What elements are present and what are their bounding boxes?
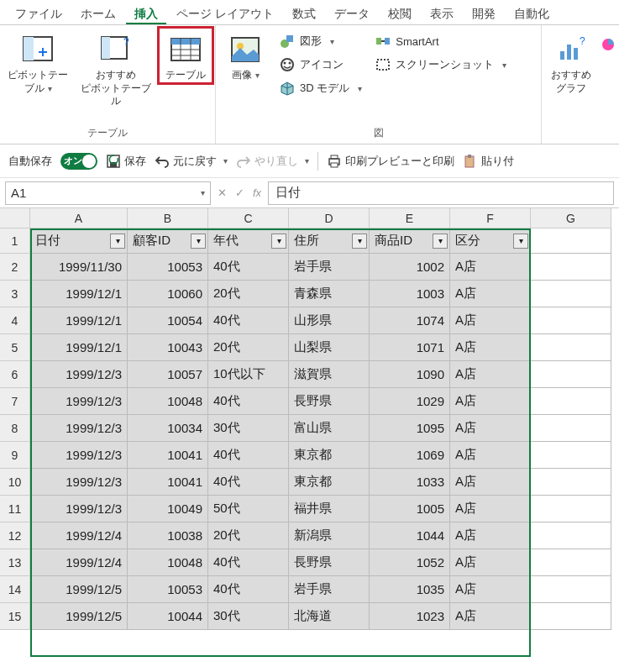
cell[interactable]: 30代	[208, 603, 289, 630]
row-header[interactable]: 13	[0, 549, 30, 576]
undo-button[interactable]: 元に戻す	[155, 154, 228, 169]
cell[interactable]: 山形県	[289, 307, 370, 334]
tab-file[interactable]: ファイル	[7, 3, 71, 24]
filter-dropdown[interactable]: ▾	[352, 234, 367, 249]
cell[interactable]	[531, 281, 611, 307]
tab-view[interactable]: 表示	[422, 3, 462, 24]
cell[interactable]: 30代	[208, 415, 289, 442]
print-preview-button[interactable]: 印刷プレビューと印刷	[327, 154, 454, 169]
autosave-toggle[interactable]: オン	[60, 153, 97, 170]
cell[interactable]	[531, 228, 611, 254]
col-header-C[interactable]: C	[208, 208, 289, 228]
cell[interactable]: A店	[450, 281, 531, 307]
cell[interactable]: 1023	[370, 603, 450, 630]
tab-review[interactable]: 校閲	[380, 3, 420, 24]
tab-pagelayout[interactable]: ページ レイアウト	[168, 3, 282, 24]
cell[interactable]	[531, 442, 611, 469]
cell[interactable]: A店	[450, 469, 531, 496]
cell[interactable]: 顧客ID▾	[128, 228, 208, 254]
cell[interactable]: 岩手県	[289, 576, 370, 603]
filter-dropdown[interactable]: ▾	[433, 234, 448, 249]
cell[interactable]	[531, 307, 611, 334]
cell[interactable]: 1999/12/3	[30, 361, 128, 388]
cell[interactable]: 住所▾	[289, 228, 370, 254]
row-header[interactable]: 7	[0, 388, 30, 415]
cell[interactable]: 滋賀県	[289, 361, 370, 388]
cell[interactable]: 40代	[208, 307, 289, 334]
row-header[interactable]: 5	[0, 334, 30, 361]
cell[interactable]: A店	[450, 334, 531, 361]
tab-home[interactable]: ホーム	[72, 3, 124, 24]
cell[interactable]: 1999/12/3	[30, 415, 128, 442]
cell[interactable]: 1002	[370, 254, 450, 281]
cell[interactable]: 20代	[208, 281, 289, 307]
row-header[interactable]: 11	[0, 496, 30, 522]
cell[interactable]: 1999/12/4	[30, 549, 128, 576]
cell[interactable]: 40代	[208, 549, 289, 576]
row-header[interactable]: 15	[0, 603, 30, 630]
cell[interactable]: A店	[450, 361, 531, 388]
cell[interactable]: 新潟県	[289, 522, 370, 549]
row-header[interactable]: 1	[0, 228, 30, 254]
icons-button[interactable]: アイコン	[275, 55, 367, 74]
cell[interactable]: 岩手県	[289, 254, 370, 281]
row-header[interactable]: 14	[0, 576, 30, 603]
cell[interactable]: 福井県	[289, 496, 370, 522]
cell[interactable]: 1999/12/5	[30, 603, 128, 630]
cell[interactable]: 商品ID▾	[370, 228, 450, 254]
cell[interactable]: 1003	[370, 281, 450, 307]
cell[interactable]: 10044	[128, 603, 208, 630]
cell[interactable]: 40代	[208, 388, 289, 415]
tab-insert[interactable]: 挿入	[126, 3, 166, 24]
cell[interactable]: 10054	[128, 307, 208, 334]
cell[interactable]: 10034	[128, 415, 208, 442]
filter-dropdown[interactable]: ▾	[271, 234, 286, 249]
cell[interactable]: A店	[450, 415, 531, 442]
cell[interactable]: 1035	[370, 576, 450, 603]
cell[interactable]	[531, 334, 611, 361]
col-header-F[interactable]: F	[450, 208, 531, 228]
row-header[interactable]: 8	[0, 415, 30, 442]
cell[interactable]	[531, 549, 611, 576]
cell[interactable]	[531, 254, 611, 281]
col-header-E[interactable]: E	[370, 208, 450, 228]
cell[interactable]: 10038	[128, 522, 208, 549]
table-button[interactable]: テーブル	[160, 29, 212, 82]
cell[interactable]: A店	[450, 254, 531, 281]
cell[interactable]: 1999/12/4	[30, 522, 128, 549]
filter-dropdown[interactable]: ▾	[513, 234, 528, 249]
cell[interactable]: 10代以下	[208, 361, 289, 388]
row-header[interactable]: 6	[0, 361, 30, 388]
cell[interactable]: 1999/12/3	[30, 388, 128, 415]
cell[interactable]: 北海道	[289, 603, 370, 630]
cell[interactable]: 1005	[370, 496, 450, 522]
image-button[interactable]: 画像	[219, 29, 271, 82]
select-all-corner[interactable]	[0, 208, 30, 228]
cell[interactable]: 10060	[128, 281, 208, 307]
cell[interactable]: 1999/12/3	[30, 442, 128, 469]
cell[interactable]: 1069	[370, 442, 450, 469]
cell[interactable]: 1033	[370, 469, 450, 496]
cell[interactable]: A店	[450, 496, 531, 522]
row-header[interactable]: 3	[0, 281, 30, 307]
cell[interactable]: 区分▾	[450, 228, 531, 254]
cell[interactable]: 1074	[370, 307, 450, 334]
pivottable-button[interactable]: ピボットテー ブル	[3, 29, 72, 95]
cell[interactable]	[531, 388, 611, 415]
cell[interactable]	[531, 496, 611, 522]
row-header[interactable]: 2	[0, 254, 30, 281]
filter-dropdown[interactable]: ▾	[191, 234, 206, 249]
chart-pie-button[interactable]	[601, 29, 616, 55]
cell[interactable]: 20代	[208, 522, 289, 549]
cell[interactable]: 40代	[208, 254, 289, 281]
cell[interactable]: 10041	[128, 442, 208, 469]
cell[interactable]: 10048	[128, 549, 208, 576]
cell[interactable]: A店	[450, 522, 531, 549]
cell[interactable]: 10043	[128, 334, 208, 361]
cell[interactable]: 日付▾	[30, 228, 128, 254]
cell[interactable]: 1071	[370, 334, 450, 361]
cell[interactable]: 1999/12/1	[30, 307, 128, 334]
cell[interactable]: A店	[450, 603, 531, 630]
cell[interactable]: 10053	[128, 254, 208, 281]
cell[interactable]: 20代	[208, 334, 289, 361]
